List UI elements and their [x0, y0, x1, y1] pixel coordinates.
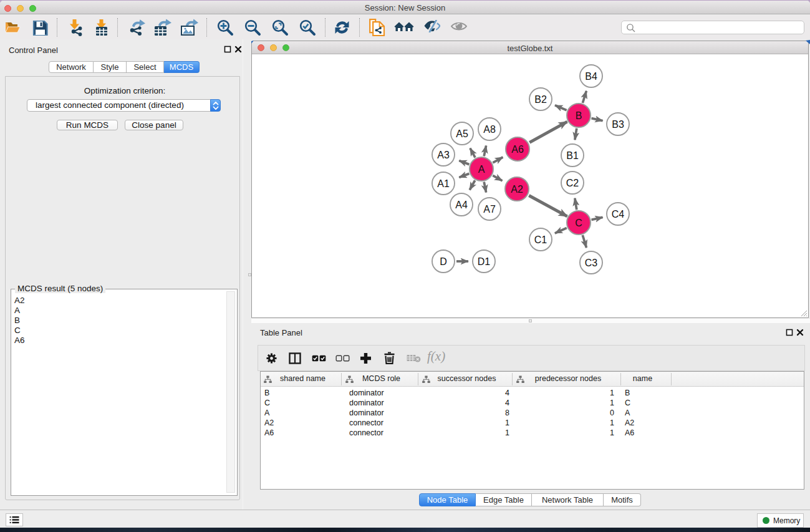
svg-text:C1: C1	[534, 235, 547, 245]
svg-text:B4: B4	[585, 71, 597, 82]
svg-text:C2: C2	[566, 178, 579, 188]
svg-text:A5: A5	[456, 128, 468, 139]
svg-text:B3: B3	[612, 119, 624, 130]
svg-text:A: A	[478, 164, 485, 175]
svg-text:A4: A4	[455, 200, 468, 210]
svg-text:A7: A7	[483, 204, 496, 215]
svg-text:C3: C3	[585, 258, 598, 268]
svg-text:A2: A2	[511, 184, 523, 195]
svg-text:A3: A3	[437, 150, 450, 160]
svg-text:A1: A1	[437, 178, 450, 189]
svg-text:A8: A8	[483, 124, 496, 135]
svg-text:B1: B1	[566, 150, 579, 161]
svg-text:B2: B2	[534, 94, 547, 105]
svg-text:A6: A6	[511, 144, 524, 155]
svg-text:D1: D1	[478, 256, 491, 267]
svg-text:B: B	[576, 110, 582, 121]
svg-text:D: D	[440, 256, 447, 267]
svg-text:C: C	[575, 218, 582, 228]
svg-text:C4: C4	[612, 209, 625, 220]
